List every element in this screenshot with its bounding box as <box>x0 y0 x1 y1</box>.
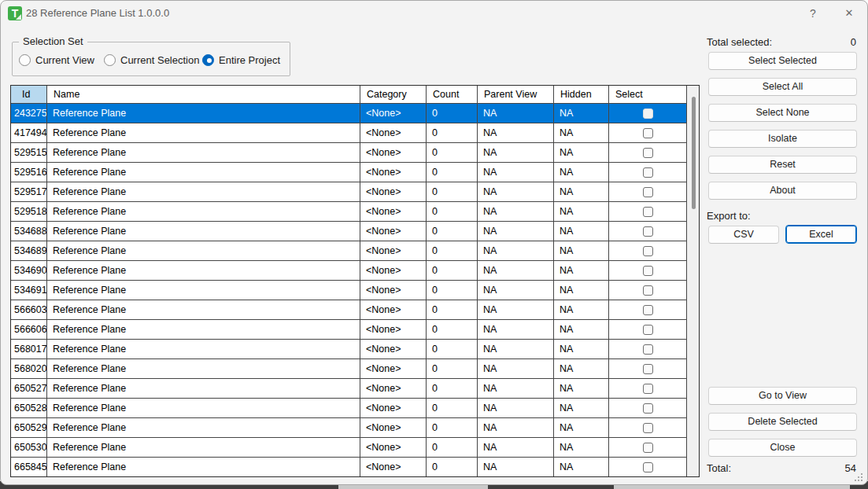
table-row[interactable]: 529516Reference Plane<None>0NANA <box>11 163 687 182</box>
cell-hidden: NA <box>554 261 609 281</box>
export-csv-button[interactable]: CSV <box>708 226 779 244</box>
total-selected-label: Total selected: <box>707 36 772 48</box>
export-excel-button[interactable]: Excel <box>785 225 857 244</box>
about-button[interactable]: About <box>708 182 857 200</box>
radio-icon[interactable] <box>202 54 214 66</box>
row-select-checkbox[interactable] <box>643 246 653 256</box>
cell-name: Reference Plane <box>47 438 360 458</box>
column-header-id[interactable]: Id <box>11 86 47 104</box>
cell-count: 0 <box>427 418 478 438</box>
cell-name: Reference Plane <box>47 418 360 438</box>
row-select-checkbox[interactable] <box>643 266 653 276</box>
cell-count: 0 <box>427 123 478 143</box>
table-row[interactable]: 534689Reference Plane<None>0NANA <box>11 241 687 261</box>
row-select-checkbox[interactable] <box>643 167 653 178</box>
row-select-checkbox[interactable] <box>643 128 653 138</box>
reset-button[interactable]: Reset <box>708 156 857 174</box>
vertical-scrollbar[interactable] <box>687 86 699 476</box>
selection-set-group: Selection Set Current View Current Selec… <box>12 42 290 76</box>
cell-id: 529516 <box>11 163 47 182</box>
table-row[interactable]: 243275Reference Plane<None>0NANA <box>11 104 687 123</box>
cell-parent_view: NA <box>478 340 554 359</box>
row-select-checkbox[interactable] <box>643 285 653 296</box>
cell-category: <None> <box>360 340 427 359</box>
cell-category: <None> <box>360 261 427 281</box>
title-bar[interactable]: T 28 Reference Plane List 1.0.0.0 ? ✕ <box>1 1 867 26</box>
cell-count: 0 <box>427 340 478 359</box>
cell-name: Reference Plane <box>47 379 360 399</box>
cell-parent_view: NA <box>478 379 554 399</box>
select-none-button[interactable]: Select None <box>708 104 857 122</box>
radio-current-view[interactable]: Current View <box>19 53 94 67</box>
cell-count: 0 <box>427 163 478 182</box>
cell-category: <None> <box>360 182 427 202</box>
table-row[interactable]: 534691Reference Plane<None>0NANA <box>11 281 687 300</box>
cell-name: Reference Plane <box>47 202 360 222</box>
table-row[interactable]: 534690Reference Plane<None>0NANA <box>11 261 687 281</box>
row-select-checkbox[interactable] <box>643 403 653 414</box>
column-header-category[interactable]: Category <box>360 86 427 104</box>
table-row[interactable]: 650530Reference Plane<None>0NANA <box>11 438 687 458</box>
column-header-count[interactable]: Count <box>427 86 478 104</box>
cell-parent_view: NA <box>478 300 554 320</box>
close-icon[interactable]: ✕ <box>831 1 867 26</box>
row-select-checkbox[interactable] <box>643 344 653 355</box>
help-button[interactable]: ? <box>795 1 831 26</box>
reference-plane-table: IdNameCategoryCountParent ViewHiddenSele… <box>10 85 700 477</box>
row-select-checkbox[interactable] <box>643 364 653 374</box>
radio-current-selection[interactable]: Current Selection <box>104 53 199 67</box>
table-row[interactable]: 665845Reference Plane<None>0NANA <box>11 458 687 476</box>
cell-select <box>609 281 687 300</box>
select-all-button[interactable]: Select All <box>708 78 857 96</box>
cell-select <box>609 261 687 281</box>
row-select-checkbox[interactable] <box>643 148 653 158</box>
row-select-checkbox[interactable] <box>643 423 653 433</box>
table-row[interactable]: 529515Reference Plane<None>0NANA <box>11 143 687 163</box>
row-select-checkbox[interactable] <box>643 187 653 197</box>
column-header-parent-view[interactable]: Parent View <box>478 86 554 104</box>
table-row[interactable]: 529517Reference Plane<None>0NANA <box>11 182 687 202</box>
column-header-hidden[interactable]: Hidden <box>554 86 609 104</box>
column-header-name[interactable]: Name <box>47 86 360 104</box>
cell-name: Reference Plane <box>47 359 360 379</box>
row-select-checkbox[interactable] <box>643 226 653 237</box>
cell-select <box>609 340 687 359</box>
go-to-view-button[interactable]: Go to View <box>708 387 857 405</box>
cell-count: 0 <box>427 458 478 476</box>
row-select-checkbox[interactable] <box>643 325 653 335</box>
cell-hidden: NA <box>554 182 609 202</box>
row-select-checkbox[interactable] <box>643 443 653 453</box>
cell-category: <None> <box>360 458 427 476</box>
cell-hidden: NA <box>554 104 609 123</box>
delete-selected-button[interactable]: Delete Selected <box>708 413 857 431</box>
row-select-checkbox[interactable] <box>643 305 653 315</box>
column-header-select[interactable]: Select <box>609 86 687 104</box>
row-select-checkbox[interactable] <box>643 207 653 217</box>
row-select-checkbox[interactable] <box>643 108 653 119</box>
cell-select <box>609 202 687 222</box>
radio-entire-project[interactable]: Entire Project <box>202 53 280 67</box>
cell-id: 534689 <box>11 241 47 261</box>
cell-name: Reference Plane <box>47 399 360 418</box>
resize-grip[interactable] <box>855 472 863 481</box>
table-body: 243275Reference Plane<None>0NANA417494Re… <box>11 104 687 476</box>
table-row[interactable]: 566606Reference Plane<None>0NANA <box>11 320 687 340</box>
table-row[interactable]: 650528Reference Plane<None>0NANA <box>11 399 687 418</box>
table-row[interactable]: 529518Reference Plane<None>0NANA <box>11 202 687 222</box>
table-row[interactable]: 566603Reference Plane<None>0NANA <box>11 300 687 320</box>
scrollbar-thumb[interactable] <box>692 97 696 209</box>
row-select-checkbox[interactable] <box>643 462 653 472</box>
row-select-checkbox[interactable] <box>643 384 653 394</box>
table-row[interactable]: 417494Reference Plane<None>0NANA <box>11 123 687 143</box>
close-button[interactable]: Close <box>708 439 857 457</box>
isolate-button[interactable]: Isolate <box>708 130 857 148</box>
table-row[interactable]: 650527Reference Plane<None>0NANA <box>11 379 687 399</box>
table-row[interactable]: 534688Reference Plane<None>0NANA <box>11 222 687 241</box>
table-row[interactable]: 568020Reference Plane<None>0NANA <box>11 359 687 379</box>
cell-hidden: NA <box>554 399 609 418</box>
radio-icon[interactable] <box>104 54 116 66</box>
radio-icon[interactable] <box>19 54 31 66</box>
table-row[interactable]: 568017Reference Plane<None>0NANA <box>11 340 687 359</box>
table-row[interactable]: 650529Reference Plane<None>0NANA <box>11 418 687 438</box>
select-selected-button[interactable]: Select Selected <box>708 52 857 70</box>
